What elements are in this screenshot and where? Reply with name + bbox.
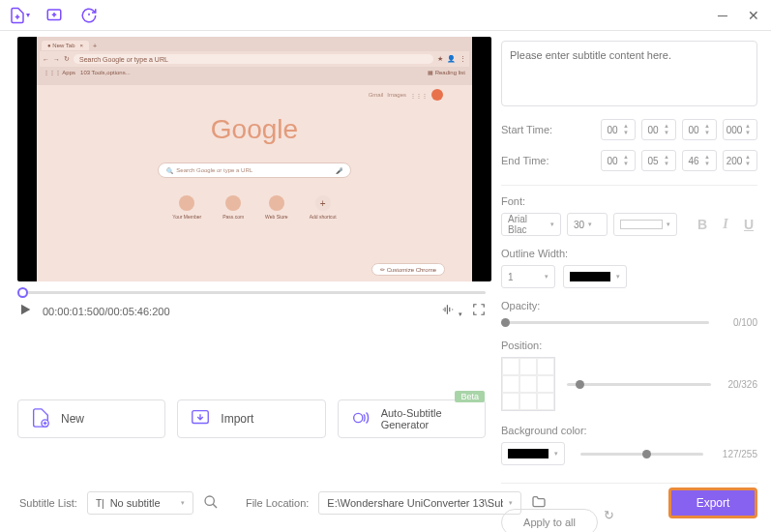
search-icon[interactable] <box>203 494 219 513</box>
add-rotate-button[interactable] <box>77 4 101 27</box>
import-button[interactable]: Import <box>177 399 325 438</box>
opacity-label: Opacity: <box>501 300 757 311</box>
bgcolor-value: 127/255 <box>719 449 757 459</box>
import-label: Import <box>221 412 253 426</box>
add-screen-button[interactable] <box>43 4 66 27</box>
svg-point-4 <box>205 496 214 505</box>
end-ss[interactable] <box>683 156 704 166</box>
bgcolor-select[interactable]: ▾ <box>501 442 565 465</box>
position-slider[interactable] <box>567 383 711 386</box>
outline-width-select[interactable]: 1▾ <box>501 265 555 288</box>
video-preview[interactable]: ● New Tab × + ←→↻ Search Google or type … <box>17 37 491 281</box>
new-icon <box>30 407 51 431</box>
auto-icon <box>350 407 371 431</box>
outline-label: Outline Width: <box>501 248 757 259</box>
italic-button[interactable]: I <box>717 217 734 232</box>
spinner-icon[interactable]: ▲▼ <box>623 123 633 136</box>
position-label: Position: <box>501 340 757 351</box>
timeline-scrubber[interactable] <box>17 291 486 294</box>
end-hh[interactable] <box>602 156 623 166</box>
add-file-button[interactable]: ▾ <box>8 4 31 27</box>
position-value: 20/326 <box>719 379 757 390</box>
browser-addr: Search Google or type a URL <box>74 54 433 64</box>
close-button[interactable]: ✕ <box>744 6 763 25</box>
browser-tab: ● New Tab × <box>42 41 89 50</box>
left-panel: ● New Tab × + ←→↻ Search Google or type … <box>0 31 493 476</box>
google-logo: Google <box>37 114 472 145</box>
export-button[interactable]: Export <box>668 488 757 518</box>
beta-tag: Beta <box>455 391 485 402</box>
svg-point-3 <box>353 413 362 422</box>
file-location-select[interactable]: E:\Wondershare UniConverter 13\SubEdited… <box>318 491 521 515</box>
file-location-label: File Location: <box>246 497 309 509</box>
auto-label: Auto-Subtitle Generator <box>381 407 473 430</box>
font-label: Font: <box>501 195 757 207</box>
titlebar: ▾ ─ ✕ <box>0 0 771 31</box>
new-label: New <box>61 412 84 426</box>
new-button[interactable]: New <box>17 399 165 438</box>
customize-chrome: ✏ Customize Chrome <box>371 263 445 276</box>
right-panel: Start Time: ▲▼ ▲▼ ▲▼ ▲▼ End Time: ▲▼ ▲▼ … <box>493 31 771 476</box>
opacity-value: 0/100 <box>719 317 757 328</box>
waveform-button[interactable]: ▾ <box>440 303 462 319</box>
subtitle-textarea[interactable] <box>501 41 757 106</box>
start-hh[interactable] <box>602 125 623 135</box>
start-time-label: Start Time: <box>501 124 564 135</box>
refresh-icon[interactable]: ↻ <box>604 508 614 522</box>
end-ms[interactable] <box>724 156 745 166</box>
timecode: 00:00:01:500/00:05:46:200 <box>43 306 170 317</box>
timeline-handle[interactable] <box>17 287 28 298</box>
font-size-select[interactable]: 30▾ <box>567 213 608 236</box>
bgcolor-label: Background color: <box>501 425 757 436</box>
end-time-label: End Time: <box>501 155 564 166</box>
font-family-select[interactable]: Arial Blac▾ <box>501 213 561 236</box>
start-mm[interactable] <box>642 125 664 135</box>
start-ms[interactable] <box>724 125 745 135</box>
subtitle-list-label: Subtitle List: <box>19 497 77 509</box>
import-icon <box>190 407 211 431</box>
bold-button[interactable]: B <box>694 217 711 232</box>
bgcolor-slider[interactable] <box>580 453 703 456</box>
fullscreen-button[interactable] <box>472 303 486 319</box>
shortcuts: Your Member Pass.com Web Store +Add shor… <box>37 195 472 220</box>
auto-subtitle-button[interactable]: Beta Auto-Subtitle Generator <box>338 399 486 438</box>
play-button[interactable] <box>17 302 33 320</box>
underline-button[interactable]: U <box>740 217 757 232</box>
opacity-slider[interactable] <box>501 321 709 324</box>
folder-icon[interactable] <box>531 494 547 513</box>
start-ss[interactable] <box>683 125 704 135</box>
font-color-select[interactable]: ▾ <box>613 213 677 236</box>
subtitle-list-select[interactable]: T|No subtitle▾ <box>87 491 193 515</box>
browser-top-links: Gmail Images ⋮⋮⋮ <box>369 89 443 101</box>
outline-color-select[interactable]: ▾ <box>563 265 627 288</box>
position-grid[interactable] <box>501 357 555 411</box>
minimize-button[interactable]: ─ <box>713 6 732 25</box>
google-search: 🔍 Search Google or type a URL🎤 <box>158 163 351 178</box>
end-mm[interactable] <box>642 156 664 166</box>
